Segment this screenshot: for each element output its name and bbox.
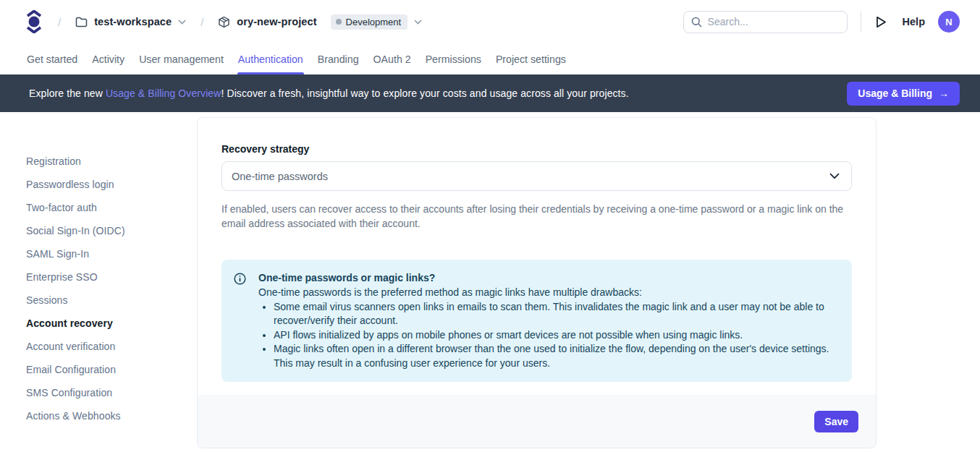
- search-box[interactable]: [683, 11, 848, 33]
- sidebar-item-sms-configuration[interactable]: SMS Configuration: [26, 381, 197, 404]
- callout-bullet: API flows initialized by apps on mobile …: [274, 328, 837, 343]
- breadcrumb-separator: /: [58, 16, 61, 28]
- sidebar-item-sessions[interactable]: Sessions: [26, 289, 197, 312]
- info-callout: One-time passwords or magic links? One-t…: [221, 260, 852, 382]
- callout-intro: One-time passwords is the preferred meth…: [258, 286, 837, 300]
- topbar-divider: [861, 12, 861, 32]
- sidebar-item-actions-webhooks[interactable]: Actions & Webhooks: [26, 404, 197, 427]
- sidebar-item-email-configuration[interactable]: Email Configuration: [26, 358, 197, 381]
- account-recovery-card: Recovery strategy One-time passwords If …: [197, 117, 876, 448]
- avatar[interactable]: N: [938, 11, 960, 33]
- search-icon: [691, 17, 702, 27]
- search-input[interactable]: [708, 16, 840, 27]
- breadcrumb-separator: /: [200, 16, 203, 28]
- sidebar-item-account-recovery[interactable]: Account recovery: [26, 312, 197, 335]
- sidebar-item-social-sign-in[interactable]: Social Sign-In (OIDC): [26, 219, 197, 242]
- recovery-strategy-select[interactable]: One-time passwords: [221, 161, 852, 191]
- environment-label: Development: [346, 17, 402, 27]
- tab-authentication[interactable]: Authentication: [237, 43, 304, 74]
- tab-branding[interactable]: Branding: [317, 43, 360, 74]
- top-bar: / test-workspace / ory-new-project Devel…: [0, 0, 980, 43]
- sidebar-item-account-verification[interactable]: Account verification: [26, 335, 197, 358]
- sidebar-item-saml-sign-in[interactable]: SAML Sign-In: [26, 242, 197, 265]
- card-footer: Save: [198, 395, 876, 448]
- workspace-name: test-workspace: [94, 16, 172, 27]
- callout-bullet: Magic links often open in a different br…: [274, 342, 837, 370]
- tab-user-management[interactable]: User management: [138, 43, 224, 74]
- banner-text-before: Explore the new: [29, 88, 106, 99]
- chevron-down-icon: [414, 20, 422, 25]
- authentication-sidebar: Registration Passwordless login Two-fact…: [0, 112, 197, 452]
- tab-permissions[interactable]: Permissions: [425, 43, 482, 74]
- environment-badge: Development: [331, 14, 408, 30]
- callout-bullet: Some email virus scanners open links in …: [274, 300, 837, 328]
- sidebar-item-two-factor-auth[interactable]: Two-factor auth: [26, 196, 197, 219]
- recovery-description: If enabled, users can recover access to …: [221, 202, 852, 231]
- tab-project-settings[interactable]: Project settings: [495, 43, 567, 74]
- sidebar-item-registration[interactable]: Registration: [26, 150, 197, 173]
- chevron-down-icon: [178, 20, 186, 25]
- banner-text: Explore the new Usage & Billing Overview…: [29, 88, 629, 99]
- usage-billing-button[interactable]: Usage & Billing →: [847, 82, 960, 106]
- callout-bullet-list: Some email virus scanners open links in …: [258, 300, 837, 371]
- sidebar-item-enterprise-sso[interactable]: Enterprise SSO: [26, 265, 197, 289]
- topbar-right: Help N: [683, 11, 960, 33]
- content-area: Registration Passwordless login Two-fact…: [0, 112, 980, 452]
- sidebar-item-passwordless-login[interactable]: Passwordless login: [26, 173, 197, 196]
- save-button[interactable]: Save: [814, 411, 858, 432]
- help-link[interactable]: Help: [903, 16, 925, 27]
- usage-billing-button-label: Usage & Billing: [858, 88, 932, 99]
- arrow-right-icon: →: [939, 88, 949, 99]
- callout-title: One-time passwords or magic links?: [258, 271, 837, 285]
- environment-dot-icon: [336, 19, 342, 25]
- recovery-strategy-value: One-time passwords: [232, 171, 328, 182]
- tab-oauth2[interactable]: OAuth 2: [373, 43, 412, 74]
- usage-billing-banner: Explore the new Usage & Billing Overview…: [0, 74, 980, 112]
- project-name: ory-new-project: [237, 16, 316, 27]
- project-breadcrumb[interactable]: ory-new-project Development: [218, 14, 422, 30]
- play-icon[interactable]: [876, 16, 887, 28]
- recovery-strategy-label: Recovery strategy: [221, 143, 852, 155]
- banner-text-after: ! Discover a fresh, insightful way to ex…: [221, 88, 628, 99]
- info-icon: [234, 273, 246, 370]
- tab-activity[interactable]: Activity: [91, 43, 125, 74]
- card-body: Recovery strategy One-time passwords If …: [198, 118, 876, 382]
- usage-billing-overview-link[interactable]: Usage & Billing Overview: [106, 88, 221, 99]
- project-nav-tabs: Get started Activity User management Aut…: [0, 43, 980, 74]
- workspace-breadcrumb[interactable]: test-workspace: [75, 16, 186, 27]
- tab-get-started[interactable]: Get started: [26, 43, 78, 74]
- package-icon: [218, 16, 230, 28]
- folder-icon: [75, 17, 88, 27]
- ory-logo-icon[interactable]: [25, 10, 43, 33]
- chevron-down-icon: [829, 173, 840, 179]
- callout-content: One-time passwords or magic links? One-t…: [258, 271, 837, 370]
